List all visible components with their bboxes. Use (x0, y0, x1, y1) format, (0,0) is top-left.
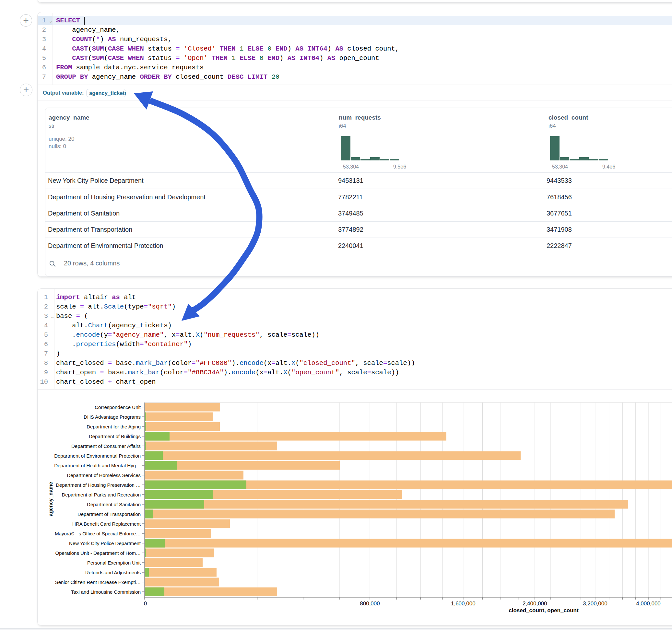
svg-text:HRA Benefit Card Replacement: HRA Benefit Card Replacement (72, 521, 141, 527)
svg-text:Department of Transportation: Department of Transportation (77, 511, 141, 517)
svg-text:DHS Advantage Programs: DHS Advantage Programs (83, 414, 141, 420)
svg-text:4,000,000: 4,000,000 (636, 601, 661, 607)
svg-text:3,200,000: 3,200,000 (583, 601, 607, 607)
svg-text:2,400,000: 2,400,000 (523, 601, 547, 607)
svg-text:800,000: 800,000 (360, 601, 380, 607)
svg-text:closed_count, open_count: closed_count, open_count (509, 607, 579, 613)
svg-text:Correspondence Unit: Correspondence Unit (95, 405, 141, 410)
svg-text:Refunds and Adjustments: Refunds and Adjustments (85, 570, 141, 575)
svg-text:Department for the Aging: Department for the Aging (87, 424, 141, 429)
svg-text:Department of Consumer Affairs: Department of Consumer Affairs (71, 443, 141, 449)
svg-text:Department of Environmental Pr: Department of Environmental Protection (54, 453, 141, 459)
svg-text:Department of Health and Menta: Department of Health and Mental Hyg… (54, 463, 141, 468)
svg-text:Personal Exemption Unit: Personal Exemption Unit (87, 560, 141, 565)
svg-text:Senior Citizen Rent Increase E: Senior Citizen Rent Increase Exempti… (55, 579, 141, 585)
svg-text:New York City Police Departmen: New York City Police Department (69, 540, 141, 546)
svg-text:0: 0 (144, 601, 147, 607)
svg-text:Department of Sanitation: Department of Sanitation (87, 502, 141, 507)
svg-text:Department of Buildings: Department of Buildings (89, 434, 141, 439)
svg-text:1,600,000: 1,600,000 (451, 601, 476, 607)
svg-text:Department of Housing Preserva: Department of Housing Preservation … (56, 482, 141, 488)
svg-text:agency_name: agency_name (48, 482, 53, 516)
svg-text:Operations Unit - Department o: Operations Unit - Department of Hom… (55, 550, 141, 556)
svg-text:Department of Parks and Recrea: Department of Parks and Recreation (62, 492, 141, 498)
svg-text:Department of Homeless Service: Department of Homeless Services (67, 472, 141, 478)
svg-text:Taxi and Limousine Commission: Taxi and Limousine Commission (71, 589, 141, 595)
svg-text:Mayorâ€ s Office of Special En: Mayorâ€ s Office of Special Enforce… (55, 531, 141, 536)
